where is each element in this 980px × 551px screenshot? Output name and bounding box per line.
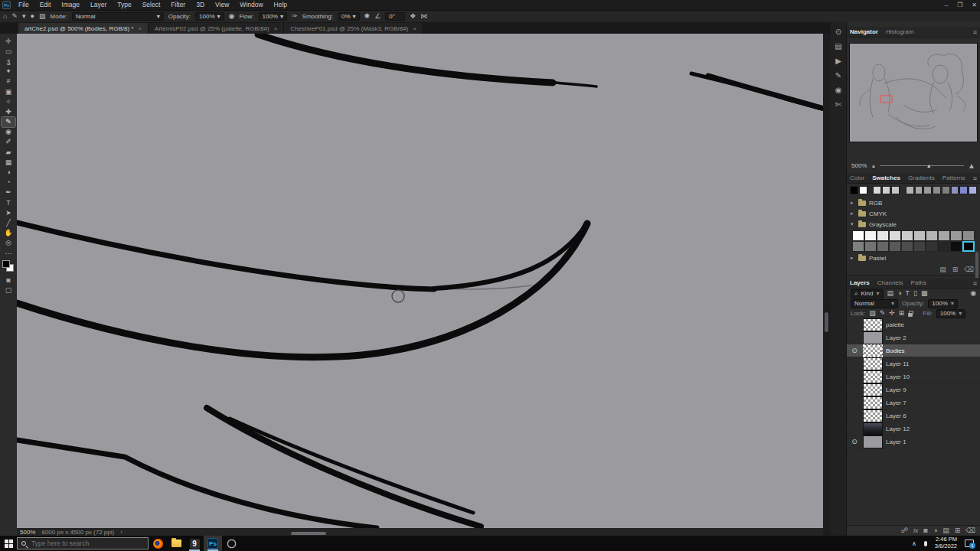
new-group-icon[interactable]: ▤ [942, 527, 949, 534]
swatch[interactable] [950, 241, 962, 252]
new-group-icon[interactable]: ▤ [939, 266, 946, 273]
clone-stamp-tool[interactable]: ◉ [2, 127, 15, 137]
layer-row-palette[interactable]: palette [847, 318, 980, 331]
swatch-group-rgb[interactable]: ▸ RGB [847, 197, 980, 208]
swatch-group-pastel[interactable]: ▸ Pastel [847, 253, 980, 263]
visibility-toggle-on[interactable]: ⊙ [849, 347, 860, 354]
opacity-select[interactable]: 100%▾ [195, 12, 224, 21]
layer-thumbnail[interactable] [864, 358, 882, 370]
swatch[interactable] [889, 241, 901, 252]
document-tab-3[interactable]: CheshireP01.psd @ 25% (Mask3, RGB/8#)× [284, 23, 423, 34]
swatch-group-cmyk[interactable]: ▸ CMYK [847, 208, 980, 219]
brush-preset-picker[interactable]: ● [31, 13, 34, 20]
swatch[interactable] [938, 230, 950, 241]
quick-selection-tool[interactable]: ✦ [2, 67, 15, 77]
slider-thumb[interactable]: ▲ [926, 163, 932, 168]
tab-layers[interactable]: Layers [850, 279, 870, 286]
swatch[interactable] [859, 186, 867, 194]
filter-type-layers-icon[interactable]: T [905, 290, 910, 297]
taskbar-firefox-icon[interactable] [149, 536, 167, 551]
paint-symmetry-icon[interactable]: ⋈ [420, 13, 427, 20]
close-tab-icon[interactable]: × [413, 25, 416, 32]
swatch[interactable] [906, 186, 914, 194]
layer-thumbnail[interactable] [864, 436, 882, 448]
swatch[interactable] [852, 230, 864, 241]
brush-angle-field[interactable]: 0° [385, 12, 405, 21]
swatch[interactable] [901, 241, 913, 252]
menu-layer[interactable]: Layer [85, 0, 112, 10]
layer-filter-select[interactable]: ⌕ Kind ▾ [851, 289, 884, 298]
status-chevron-icon[interactable]: › [120, 529, 122, 536]
lock-image-icon[interactable]: ✎ [880, 310, 886, 317]
layer-thumbnail[interactable] [864, 397, 882, 409]
foreground-background-colors[interactable] [2, 260, 15, 272]
menu-window[interactable]: Window [234, 0, 268, 10]
zoom-tool[interactable]: ◎ [2, 238, 15, 248]
filter-toggle-icon[interactable]: ◉ [970, 290, 976, 297]
restore-button[interactable]: ❐ [957, 2, 962, 8]
filter-adjustment-layers-icon[interactable]: ◑ [897, 290, 901, 297]
taskbar-photoshop-icon[interactable]: Ps [204, 536, 222, 551]
crop-tool[interactable]: # [2, 77, 15, 86]
smoothing-gear-icon[interactable]: ✺ [364, 13, 371, 20]
swatch[interactable] [891, 186, 900, 194]
swatch[interactable] [915, 186, 923, 194]
menu-view[interactable]: View [210, 0, 234, 10]
visibility-toggle-on[interactable]: ⊙ [849, 438, 860, 445]
swatch[interactable] [913, 241, 926, 252]
tab-histogram[interactable]: Histogram [886, 28, 913, 35]
move-tool[interactable]: ✛ [2, 36, 15, 46]
swatch[interactable] [938, 241, 950, 252]
delete-swatch-icon[interactable]: ⌫ [964, 266, 974, 273]
layer-row-layer-10[interactable]: Layer 10 [847, 370, 980, 383]
pressure-size-icon[interactable]: ❖ [410, 13, 416, 20]
properties-panel-icon[interactable]: ▤ [835, 43, 841, 51]
swatch[interactable] [901, 230, 913, 241]
navigator-thumbnail[interactable] [850, 44, 977, 142]
swatch[interactable] [969, 186, 977, 194]
adjustment-layer-icon[interactable]: ◑ [933, 527, 937, 534]
swatch[interactable] [850, 186, 858, 194]
lock-artboard-icon[interactable]: ⊞ [899, 310, 905, 317]
hand-tool[interactable]: ✋ [2, 228, 15, 238]
actions-panel-icon[interactable]: ▶ [835, 57, 841, 65]
taskbar-search[interactable] [17, 537, 149, 549]
menu-select[interactable]: Select [137, 0, 166, 10]
start-button[interactable] [0, 536, 17, 551]
lock-transparency-icon[interactable]: ▨ [869, 310, 876, 317]
taskbar-paint-app-icon[interactable]: 9 [185, 536, 204, 551]
layer-thumbnail[interactable] [864, 345, 882, 357]
layer-thumbnail[interactable] [864, 423, 882, 435]
layer-fill-field[interactable]: 100%▾ [936, 309, 965, 318]
blend-mode-select[interactable]: Normal▾ [851, 299, 898, 308]
shape-tool[interactable]: ╱ [2, 217, 15, 227]
screen-mode-button[interactable]: ▢ [2, 285, 15, 295]
layer-row-layer-1[interactable]: ⊙ Layer 1 [847, 435, 980, 448]
layer-row-layer-6[interactable]: Layer 6 [847, 409, 980, 422]
swatch[interactable] [882, 186, 890, 194]
brush-tool[interactable]: ✎ [2, 117, 15, 127]
layer-thumbnail[interactable] [864, 371, 882, 383]
swatch[interactable] [950, 230, 962, 241]
chevron-down-icon[interactable]: ▾ [851, 221, 855, 227]
filter-smart-objects-icon[interactable]: ▩ [921, 290, 928, 297]
swatch[interactable] [877, 241, 889, 252]
canvas-horizontal-scrollbar[interactable] [291, 532, 326, 535]
new-swatch-icon[interactable]: ⊞ [952, 266, 959, 273]
zoom-in-icon[interactable]: ▲ [968, 161, 975, 170]
chevron-right-icon[interactable]: ▸ [851, 255, 855, 261]
panel-menu-icon[interactable]: ≡ [973, 28, 977, 36]
swatch[interactable] [877, 230, 889, 241]
swatch[interactable] [926, 241, 938, 252]
history-panel-icon[interactable]: ⊙ [835, 28, 841, 36]
menu-edit[interactable]: Edit [34, 0, 57, 10]
swatch[interactable] [926, 230, 938, 241]
close-tab-icon[interactable]: × [138, 25, 142, 32]
layer-row-layer-11[interactable]: Layer 11 [847, 357, 980, 370]
swatch[interactable] [942, 186, 950, 194]
smoothing-select[interactable]: 0%▾ [338, 12, 360, 21]
swatch[interactable] [951, 186, 959, 194]
frame-tool[interactable]: ▣ [2, 86, 15, 96]
swatch[interactable] [864, 241, 877, 252]
foreground-color-chip[interactable] [2, 260, 10, 268]
